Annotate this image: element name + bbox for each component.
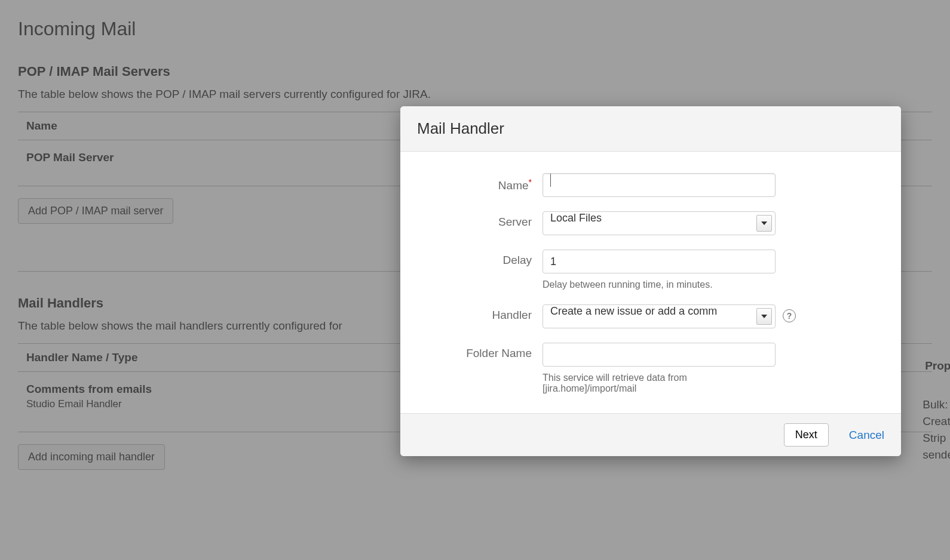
form-row-name: Name*: [417, 173, 884, 197]
form-row-delay: Delay Delay between running time, in min…: [417, 250, 884, 290]
form-row-folder: Folder Name This service will retrieve d…: [417, 343, 884, 394]
delay-label: Delay: [417, 250, 543, 267]
dialog-title: Mail Handler: [417, 119, 884, 138]
delay-help: Delay between running time, in minutes.: [543, 279, 776, 290]
handler-label: Handler: [417, 304, 543, 322]
folder-input[interactable]: [543, 343, 776, 367]
delay-input[interactable]: [543, 250, 776, 273]
text-cursor: [550, 174, 551, 187]
server-select[interactable]: Local Files: [543, 211, 776, 235]
dialog-header: Mail Handler: [400, 106, 901, 152]
cancel-link[interactable]: Cancel: [849, 429, 884, 442]
help-icon[interactable]: ?: [783, 309, 796, 322]
dialog-footer: Next Cancel: [400, 413, 901, 456]
name-label: Name*: [417, 173, 543, 192]
form-row-server: Server Local Files: [417, 211, 884, 235]
handler-select[interactable]: Create a new issue or add a comm: [543, 304, 776, 328]
form-row-handler: Handler Create a new issue or add a comm…: [417, 304, 884, 328]
folder-help: This service will retrieve data from [ji…: [543, 373, 776, 394]
dialog-body: Name* Server Local Files Delay: [400, 152, 901, 413]
mail-handler-dialog: Mail Handler Name* Server Local Files: [400, 106, 901, 456]
next-button[interactable]: Next: [784, 423, 829, 447]
server-label: Server: [417, 211, 543, 229]
name-input[interactable]: [543, 173, 776, 197]
folder-label: Folder Name: [417, 343, 543, 360]
